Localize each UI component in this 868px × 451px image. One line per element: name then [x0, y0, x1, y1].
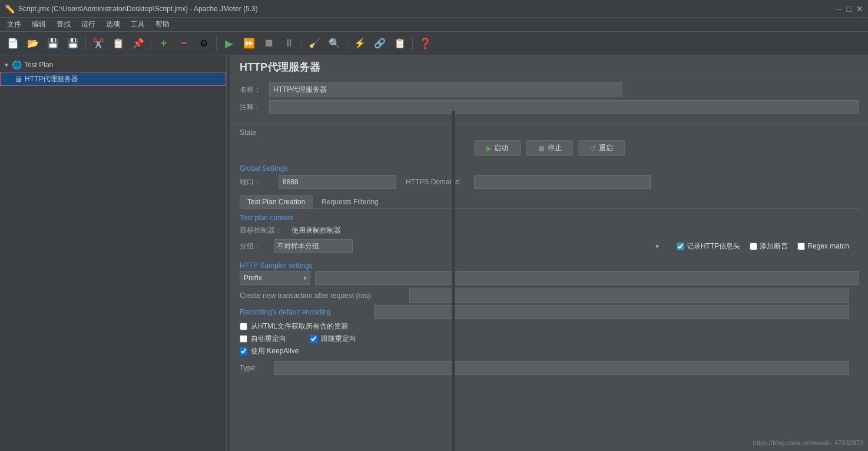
toolbar-sep-1	[85, 37, 86, 51]
restart-icon: ↺	[589, 144, 597, 153]
add-assertions-label[interactable]: 添加断言	[750, 241, 788, 251]
cut-button[interactable]: ✂️	[89, 34, 108, 53]
remote-button[interactable]: 🔗	[370, 34, 389, 53]
paste-button[interactable]: 📌	[129, 34, 148, 53]
prefix-select[interactable]: Prefix Transaction	[240, 271, 310, 285]
tab-test-plan-creation[interactable]: Test Plan Creation	[240, 195, 313, 208]
grouping-row: 分组： 不对样本分组 在组间添加分隔符 每个组放入新控制器 只存储第一个样本 ▼…	[230, 238, 868, 256]
transaction-row: Create new transaction after request (ms…	[240, 287, 859, 304]
grouping-select[interactable]: 不对样本分组 在组间添加分隔符 每个组放入新控制器 只存储第一个样本	[274, 239, 353, 253]
https-input[interactable]	[474, 175, 651, 189]
search-button[interactable]: 🔍	[325, 34, 344, 53]
redirect-row: 自动重定向 跟随重定向	[240, 334, 849, 346]
help-button[interactable]: ❓	[416, 34, 435, 53]
watermark: https://blog.csdn.net/weixin_47332872	[753, 439, 863, 446]
title-text: ✏️ Script.jmx (C:\Users\Administrator\De…	[5, 4, 258, 14]
test-plan-label: Test Plan	[24, 61, 53, 69]
restart-label: 重启	[599, 143, 613, 153]
tab-requests-filtering[interactable]: Requests Filtering	[314, 195, 386, 208]
maximize-button[interactable]: □	[847, 4, 852, 14]
divider-1	[230, 123, 868, 124]
auto-redirect-checkbox[interactable]	[240, 335, 247, 343]
drag-handle[interactable]: ⋮	[452, 111, 455, 451]
encoding-label: Recording's default encoding	[240, 308, 369, 316]
menu-edit[interactable]: 编辑	[27, 18, 51, 31]
retrieve-html-checkbox[interactable]	[240, 323, 247, 330]
https-label: HTTPS Domains:	[406, 178, 465, 186]
remove-button[interactable]: −	[174, 34, 193, 53]
menu-file[interactable]: 文件	[2, 18, 26, 31]
close-button[interactable]: ✕	[856, 4, 863, 14]
follow-redirect-checkbox[interactable]	[310, 335, 317, 343]
comment-input[interactable]	[269, 100, 859, 114]
add-assertions-text: 添加断言	[760, 241, 788, 251]
menu-help[interactable]: 帮助	[151, 18, 174, 31]
global-settings-title: Global Settings	[230, 161, 868, 174]
run-nopauses-button[interactable]: ⏩	[240, 34, 259, 53]
prefix-value-input[interactable]	[315, 271, 859, 285]
test-plan-icon: 🌐	[12, 60, 22, 69]
port-input[interactable]	[279, 175, 396, 189]
new-button[interactable]: 📄	[4, 34, 22, 53]
stop-label: 停止	[548, 143, 562, 153]
stop-state-button[interactable]: ⏹ 停止	[526, 140, 573, 156]
toolbar-sep-2	[151, 37, 151, 51]
sampler-checkboxes: 从HTML文件获取所有含的资源 自动重定向 跟随重定向	[240, 320, 859, 360]
add-assertions-checkbox[interactable]	[750, 243, 757, 250]
regex-match-label[interactable]: Regex match	[797, 242, 849, 250]
auto-redirect-row: 自动重定向	[240, 334, 286, 344]
main-layout: ▼ 🌐 Test Plan 🖥 HTTP代理服务器 ⋮ HTTP代理服务器 名称…	[0, 55, 868, 451]
start-label: 启动	[494, 143, 508, 153]
target-value: 使用录制控制器	[291, 226, 341, 236]
regex-match-checkbox[interactable]	[797, 243, 805, 250]
edit-button[interactable]: ⚙	[194, 34, 213, 53]
grouping-select-wrapper: 不对样本分组 在组间添加分隔符 每个组放入新控制器 只存储第一个样本 ▼	[274, 239, 662, 253]
stop-button[interactable]: ⏹	[260, 34, 279, 53]
proxy-header: HTTP代理服务器	[230, 55, 868, 78]
tab-requests-label: Requests Filtering	[322, 198, 379, 206]
http-proxy-label: HTTP代理服务器	[25, 74, 78, 84]
toolbar-sep-4	[302, 37, 302, 51]
start-icon: ▶	[486, 144, 492, 152]
checkboxes-row: 记录HTTP信息头 添加断言 Regex match	[667, 241, 859, 251]
keep-alive-checkbox[interactable]	[240, 347, 247, 355]
http-sampler-section: HTTP Sampler settings Prefix Transaction…	[230, 256, 868, 379]
record-http-checkbox[interactable]	[677, 243, 684, 250]
type-label: Type:	[240, 364, 269, 372]
retrieve-html-text: 从HTML文件获取所有含的资源	[251, 321, 348, 331]
clear-button[interactable]: 🧹	[305, 34, 324, 53]
prefix-select-wrapper: Prefix Transaction ▼	[240, 271, 310, 285]
encoding-input[interactable]	[374, 305, 849, 319]
tree-root: ▼ 🌐 Test Plan 🖥 HTTP代理服务器	[0, 55, 226, 88]
template-button[interactable]: 📋	[390, 34, 409, 53]
menu-find[interactable]: 查找	[52, 18, 75, 31]
follow-redirect-row: 跟随重定向	[310, 334, 356, 344]
record-http-label[interactable]: 记录HTTP信息头	[677, 241, 740, 251]
name-input[interactable]	[269, 82, 622, 97]
menu-options[interactable]: 选项	[101, 18, 125, 31]
open-button[interactable]: 📂	[24, 34, 42, 53]
menu-tools[interactable]: 工具	[126, 18, 150, 31]
menu-bar: 文件 编辑 查找 运行 选项 工具 帮助	[0, 18, 868, 32]
menu-run[interactable]: 运行	[77, 18, 100, 31]
sidebar-item-http-proxy[interactable]: 🖥 HTTP代理服务器	[0, 72, 226, 86]
form-section-name: 名称： 注释：	[230, 78, 868, 121]
comment-label: 注释：	[240, 102, 269, 112]
minimize-button[interactable]: ─	[836, 4, 842, 14]
save-button[interactable]: 💾	[64, 34, 82, 53]
copy-button[interactable]: 📋	[109, 34, 128, 53]
shutdown-button[interactable]: ⏸	[280, 34, 299, 53]
start-button[interactable]: ▶ 启动	[474, 140, 521, 156]
type-input[interactable]	[274, 361, 849, 375]
title-icon: ✏️	[5, 4, 15, 14]
restart-button[interactable]: ↺ 重启	[578, 140, 625, 156]
transaction-input[interactable]	[409, 288, 849, 303]
sidebar-item-test-plan[interactable]: ▼ 🌐 Test Plan	[0, 58, 226, 72]
run-button[interactable]: ▶	[220, 34, 238, 53]
window-title: Script.jmx (C:\Users\Administrator\Deskt…	[18, 5, 258, 13]
name-row: 名称：	[240, 82, 859, 97]
add-button[interactable]: +	[154, 34, 173, 53]
save-all-button[interactable]: 💾	[44, 34, 62, 53]
global-settings-row: 端口： HTTPS Domains:	[230, 174, 868, 191]
function-button[interactable]: ⚡	[350, 34, 369, 53]
